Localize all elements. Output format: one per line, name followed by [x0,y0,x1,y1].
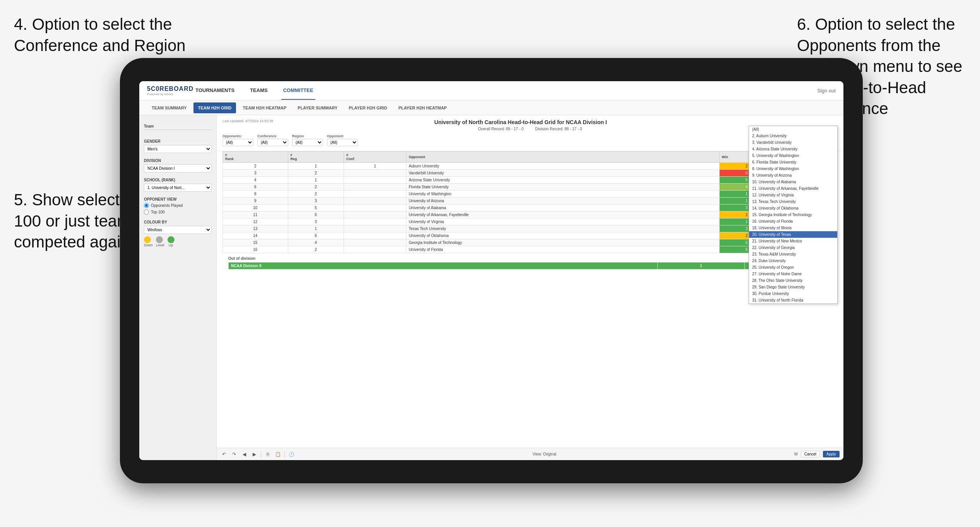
dropdown-item[interactable]: 27. University of Notre Dame [749,271,837,277]
conference-filter-label: Conference [257,134,288,138]
dropdown-item[interactable]: 8. University of Washington [749,165,837,172]
dropdown-item[interactable]: 21. University of New Mexico [749,238,837,244]
dropdown-item[interactable]: 3. Vanderbilt University [749,139,837,146]
out-div-win: 1 [658,263,745,269]
dropdown-item[interactable]: 20. University of Texas [749,231,837,238]
nav-sign-out[interactable]: Sign out [817,88,836,94]
apply-button[interactable]: Apply [823,451,840,457]
legend-up-label: Up [168,243,174,247]
cell-reg: 2 [288,191,344,198]
radio-opponents-played[interactable]: Opponents Played [144,203,212,208]
radio-opponents-played-input[interactable] [144,203,149,208]
page-title: University of North Carolina Head-to-Hea… [273,119,768,125]
opponent-filter-select[interactable]: (All) [327,139,358,146]
cell-conf [344,198,406,205]
nav-tournaments[interactable]: TOURNAMENTS [193,82,236,100]
dropdown-item[interactable]: 4. Arizona State University [749,146,837,152]
subnav-team-h2h-grid[interactable]: TEAM H2H GRID [193,102,236,113]
left-panel: Team Gender Men's Division NCAA Division… [139,115,217,460]
school-select[interactable]: 1. University of Nort... [144,184,212,192]
radio-top100[interactable]: Top 100 [144,210,212,215]
cell-rank: 4 [223,177,288,184]
subnav-team-h2h-heatmap[interactable]: TEAM H2H HEATMAP [238,102,291,113]
toolbar-copy-icon[interactable]: ⎘ [264,451,271,458]
cell-rank: 9 [223,198,288,205]
cell-conf: 1 [344,163,406,170]
subnav-player-h2h-heatmap[interactable]: PLAYER H2H HEATMAP [394,102,452,113]
region-filter: Region (All) [292,134,323,146]
toolbar-back-icon[interactable]: ◀ [241,451,248,458]
opponent-filter: Opponent (All) [327,134,358,146]
dropdown-item[interactable]: 23. Texas A&M University [749,251,837,258]
cell-reg: 2 [288,170,344,177]
col-reg: #Reg [288,152,344,163]
cell-conf [344,177,406,184]
nav-links: TOURNAMENTS TEAMS COMMITTEE [193,82,817,100]
dropdown-item[interactable]: (All) [749,126,837,133]
school-section: School (Rank) 1. University of Nort... [144,178,212,192]
dropdown-item[interactable]: 2. Auburn University [749,133,837,139]
division-select[interactable]: NCAA Division I [144,164,212,172]
table-body: 2 1 1 Auburn University 2 1 3 2 Vanderbi… [223,163,838,253]
dropdown-item[interactable]: 31. University of North Florida [749,297,837,304]
nav-teams[interactable]: TEAMS [248,82,270,100]
dropdown-item[interactable]: 30. Purdue University [749,290,837,297]
toolbar-redo-icon[interactable]: ↷ [231,451,238,458]
cell-reg: 4 [288,239,344,246]
toolbar-paste-icon[interactable]: 📋 [274,451,281,458]
dropdown-item[interactable]: 11. University of Arkansas, Fayetteville [749,185,837,192]
opponent-filter-label: Opponent [327,134,358,138]
school-label: School (Rank) [144,178,212,182]
division-section: Division NCAA Division I [144,159,212,172]
radio-top100-input[interactable] [144,210,149,215]
dropdown-item[interactable]: 18. University of Illinois [749,225,837,231]
opponent-dropdown[interactable]: (All)2. Auburn University3. Vanderbilt U… [749,126,838,304]
legend-down-label: Down [144,243,153,247]
dropdown-item[interactable]: 9. University of Arizona [749,172,837,179]
dropdown-item[interactable]: 15. Georgia Institute of Technology [749,211,837,218]
conference-filter-select[interactable]: (All) [257,139,288,146]
table-head: #Rank #Reg #Conf Opponent Win Loss [223,152,838,163]
opponents-filter: Opponents: (All) [222,134,253,146]
toolbar-clock-icon[interactable]: 🕐 [288,451,295,458]
opponents-filter-select[interactable]: (All) [222,139,253,146]
colour-legend: Down Level Up [144,236,212,247]
header-top: Last Updated: 4/7/2024 16:55:38 Universi… [222,119,838,125]
subnav-team-summary[interactable]: TEAM SUMMARY [147,102,192,113]
tablet: 5C0REBOARD Powered by school TOURNAMENTS… [120,58,863,483]
annotation-1: 4. Option to select the Conference and R… [14,14,215,56]
nav-committee[interactable]: COMMITTEE [281,82,315,100]
out-of-division-section: Out of division NCAA Division II 1 0 [222,253,838,273]
dropdown-item[interactable]: 24. Duke University [749,258,837,264]
cancel-button[interactable]: Cancel [801,451,820,457]
last-updated: Last Updated: 4/7/2024 16:55:38 [222,119,273,123]
toolbar-forward-icon[interactable]: ▶ [251,451,258,458]
subnav-player-summary[interactable]: PLAYER SUMMARY [293,102,342,113]
dropdown-item[interactable]: 12. University of Virginia [749,192,837,198]
cell-rank: 2 [223,163,288,170]
dropdown-item[interactable]: 13. Texas Tech University [749,198,837,205]
dropdown-item[interactable]: 6. Florida State University [749,159,837,165]
legend-up-dot [168,236,174,243]
gender-select[interactable]: Men's [144,145,212,153]
toolbar-undo-icon[interactable]: ↶ [221,451,227,458]
dropdown-item[interactable]: 22. University of Georgia [749,244,837,251]
dropdown-item[interactable]: 29. San Diego State University [749,284,837,290]
subnav-player-h2h-grid[interactable]: PLAYER H2H GRID [344,102,392,113]
dropdown-item[interactable]: 25. University of Oregon [749,264,837,271]
dropdown-item[interactable]: 5. University of Washington [749,152,837,159]
cell-opponent: Vanderbilt University [406,170,719,177]
table-row: 2 1 1 Auburn University 2 1 [223,163,838,170]
dropdown-item[interactable]: 10. University of Alabama [749,179,837,185]
region-filter-select[interactable]: (All) [292,139,323,146]
dropdown-item[interactable]: 16. University of Florida [749,218,837,225]
overall-record: Overall Record: 89 - 17 - 0 [478,127,524,131]
division-record: Division Record: 88 - 17 - 0 [535,127,582,131]
cell-reg: 1 [288,225,344,232]
colour-by-select[interactable]: Win/loss [144,226,212,234]
dropdown-item[interactable]: 14. University of Oklahoma [749,205,837,211]
out-div-table: NCAA Division II 1 0 [228,262,832,269]
dropdown-item[interactable]: 28. The Ohio State University [749,277,837,284]
cell-reg: 2 [288,184,344,191]
cell-conf [344,246,406,253]
